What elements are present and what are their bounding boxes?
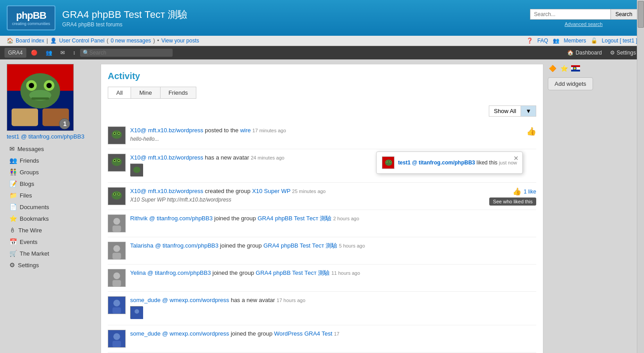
activity-text-7: some_dude @ wmexp.com/wordpress has a ne… — [130, 296, 536, 304]
user-link-2[interactable]: X10@ mft.x10.bz/wordpress — [130, 154, 203, 161]
sidebar-item-documents[interactable]: 📄 Documents — [7, 202, 96, 212]
user-link-8[interactable]: some_dude @ wmexp.com/wordpress — [130, 330, 229, 337]
avatar-1 — [108, 126, 126, 144]
like-button-1[interactable]: 👍 — [526, 126, 536, 136]
svg-rect-47 — [113, 280, 121, 286]
filter-select[interactable]: Show All ▼ — [489, 105, 536, 117]
faq-link[interactable]: FAQ — [538, 38, 548, 44]
wire-link-1[interactable]: wire — [240, 127, 251, 134]
tab-friends[interactable]: Friends — [161, 87, 196, 98]
bookmarks-icon: ⭐ — [9, 215, 17, 222]
sidebar-item-events[interactable]: 📅 Events — [7, 236, 96, 247]
friends-icon: 👥 — [9, 157, 17, 164]
popup-text: test1 @ titanfrog.com/phpBB3 liked this … — [398, 160, 517, 166]
group-link-6[interactable]: GRA4 phpBB Test Тест 測驗 — [256, 269, 330, 276]
sidebar-item-groups[interactable]: 👫 Groups — [7, 167, 96, 177]
advanced-search-link[interactable]: Advanced search — [564, 21, 602, 27]
events-icon: 📅 — [9, 238, 17, 245]
toolbar-search-input[interactable] — [89, 50, 170, 56]
header-search-button[interactable]: Search — [610, 9, 637, 20]
svg-point-49 — [113, 300, 120, 307]
group-link-3[interactable]: X10 Super WP — [252, 188, 291, 194]
header-search-input[interactable] — [530, 9, 610, 20]
flag-icon[interactable] — [571, 64, 580, 73]
activity-sub-1: hello-hello... — [130, 136, 536, 142]
header-left: phpBB creating communities GRA4 phpBB Te… — [7, 5, 187, 30]
site-title: GRA4 phpBB Test Тест 測驗 GRA4 phpBB test … — [62, 8, 187, 28]
toolbar-brand[interactable]: GRA4 — [4, 48, 26, 58]
like-area-3: 👍 1 like See who liked this — [489, 187, 536, 206]
activity-item-6: Yelina @ titanfrog.com/phpBB3 joined the… — [108, 265, 536, 292]
search-row: Search — [530, 9, 637, 20]
svg-rect-41 — [113, 226, 121, 232]
user-link-6[interactable]: Yelina @ titanfrog.com/phpBB3 — [130, 269, 211, 276]
new-messages-link[interactable]: 0 new messages — [111, 38, 151, 44]
see-who-liked-button[interactable]: See who liked this — [489, 198, 536, 206]
board-index-link[interactable]: Board index — [16, 38, 44, 44]
popup-user-link[interactable]: test1 @ titanfrog.com/phpBB3 — [398, 160, 475, 166]
svg-point-18 — [118, 133, 119, 134]
activity-time-4: 2 hours ago — [333, 216, 359, 221]
avatar-8 — [108, 330, 126, 348]
group-link-8[interactable]: WordPress GRA4 Test — [274, 330, 332, 337]
main-layout: 1 test1 @ titanfrog.com/phpBB3 ✉ Message… — [0, 59, 644, 353]
avatar-6 — [108, 269, 126, 287]
user-link-3[interactable]: X10@ mft.x10.bz/wordpress — [130, 188, 203, 194]
friends-label: Friends — [20, 157, 39, 164]
avatar-svg-2 — [108, 154, 125, 172]
avatar-svg-8 — [108, 330, 125, 348]
activity-body-5: Talarisha @ titanfrog.com/phpBB3 joined … — [130, 242, 536, 250]
like-count-3[interactable]: 👍 1 like — [513, 187, 536, 196]
view-posts-link[interactable]: View your posts — [161, 38, 199, 44]
toolbar-icon2[interactable]: 👥 — [42, 48, 56, 58]
sidebar-item-friends[interactable]: 👥 Friends — [7, 155, 96, 166]
groups-label: Groups — [20, 169, 39, 176]
logout-link[interactable]: Logout [ test1 ] — [602, 38, 637, 44]
like-icon-3: 👍 — [513, 187, 521, 196]
sidebar-item-settings[interactable]: ⚙ Settings — [7, 260, 96, 270]
user-link-1[interactable]: X10@ mft.x10.bz/wordpress — [130, 127, 203, 134]
user-link-7[interactable]: some_dude @ wmexp.com/wordpress — [130, 297, 229, 303]
toolbar-icon3[interactable]: ✉ — [57, 48, 68, 58]
group-link-5[interactable]: GRA4 phpBB Test Тест 測驗 — [263, 242, 337, 249]
avatar-4 — [108, 214, 126, 232]
members-link[interactable]: Members — [564, 38, 586, 44]
toolbar-settings[interactable]: ⚙ Settings — [606, 48, 640, 58]
activity-item-4: Rithvik @ titanfrog.com/phpBB3 joined th… — [108, 210, 536, 237]
toolbar-dashboard[interactable]: 🏠 Dashboard — [564, 48, 606, 58]
tab-all[interactable]: All — [108, 87, 131, 98]
rss-icon[interactable]: 🔶 — [548, 64, 557, 73]
star-icon[interactable]: ⭐ — [559, 64, 568, 73]
group-link-4[interactable]: GRA4 phpBB Test Тест 測驗 — [258, 215, 331, 222]
tab-mine[interactable]: Mine — [131, 87, 160, 98]
nav-top: 🏠 Board index | 👤 User Control Panel ( 0… — [0, 36, 644, 46]
scrollbar[interactable] — [637, 0, 644, 353]
profile-name[interactable]: test1 @ titanfrog.com/phpBB3 — [7, 133, 96, 140]
profile-picture: 1 — [7, 64, 74, 131]
user-control-link[interactable]: User Control Panel — [59, 38, 104, 44]
popup-close-button[interactable]: ✕ — [513, 155, 519, 162]
avatar-svg-4 — [108, 214, 125, 232]
activity-text-8: some_dude @ wmexp.com/wordpress joined t… — [130, 330, 536, 338]
filter-arrow[interactable]: ▼ — [521, 106, 536, 116]
user-link-4[interactable]: Rithvik @ titanfrog.com/phpBB3 — [130, 215, 212, 222]
activity-body-4: Rithvik @ titanfrog.com/phpBB3 joined th… — [130, 214, 536, 223]
svg-point-32 — [390, 161, 391, 162]
sidebar-item-files[interactable]: 📁 Files — [7, 190, 96, 201]
sidebar-item-the-market[interactable]: 🛒 The Market — [7, 248, 96, 259]
sidebar-item-blogs[interactable]: 📝 Blogs — [7, 178, 96, 189]
svg-point-17 — [114, 133, 115, 134]
scrollbar-thumb[interactable] — [638, 1, 644, 28]
sidebar-item-the-wire[interactable]: 🕯 The Wire — [7, 225, 96, 235]
toolbar-icon1[interactable]: 🔴 — [27, 48, 41, 58]
logo[interactable]: phpBB creating communities — [7, 5, 55, 30]
toolbar-left: GRA4 🔴 👥 ✉ ↕ 🔍 — [4, 48, 173, 58]
toolbar-icon4[interactable]: ↕ — [69, 48, 79, 58]
members-icon: 👥 — [553, 38, 559, 44]
sidebar-item-bookmarks[interactable]: ⭐ Bookmarks — [7, 213, 96, 224]
user-link-5[interactable]: Talarisha @ titanfrog.com/phpBB3 — [130, 242, 218, 249]
activity-text-6: Yelina @ titanfrog.com/phpBB3 joined the… — [130, 269, 536, 277]
sidebar-item-messages[interactable]: ✉ Messages — [7, 143, 96, 154]
toolbar-right: 🏠 Dashboard ⚙ Settings — [564, 48, 640, 58]
add-widgets-button[interactable]: Add widgets — [548, 77, 593, 90]
